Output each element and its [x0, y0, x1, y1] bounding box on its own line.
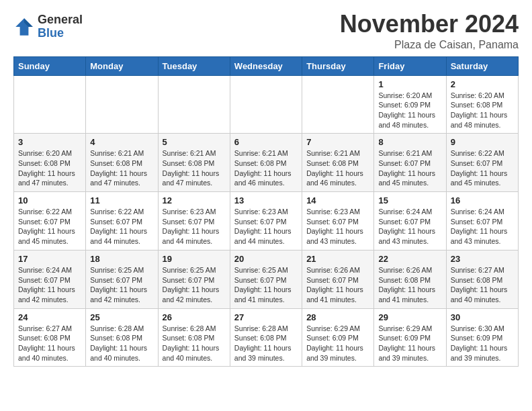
day-info: Sunrise: 6:27 AMSunset: 6:08 PMDaylight:…	[451, 265, 514, 305]
day-number: 14	[306, 195, 369, 205]
day-info: Sunrise: 6:20 AMSunset: 6:08 PMDaylight:…	[451, 91, 514, 130]
logo-blue-text: Blue	[38, 27, 83, 40]
calendar-row: 10Sunrise: 6:22 AMSunset: 6:07 PMDayligh…	[14, 192, 519, 250]
day-info: Sunrise: 6:26 AMSunset: 6:07 PMDaylight:…	[306, 265, 369, 305]
day-number: 9	[451, 137, 514, 147]
calendar-row: 3Sunrise: 6:20 AMSunset: 6:08 PMDaylight…	[14, 134, 519, 192]
table-row: 26Sunrise: 6:28 AMSunset: 6:08 PMDayligh…	[158, 308, 230, 367]
day-number: 17	[18, 254, 81, 264]
logo-text: General Blue	[38, 13, 83, 40]
table-row: 27Sunrise: 6:28 AMSunset: 6:08 PMDayligh…	[230, 308, 302, 367]
day-number: 25	[90, 312, 153, 322]
day-number: 2	[451, 79, 514, 89]
table-row	[158, 75, 230, 134]
col-wednesday: Wednesday	[230, 56, 302, 75]
day-info: Sunrise: 6:25 AMSunset: 6:07 PMDaylight:…	[90, 265, 153, 305]
day-number: 21	[306, 254, 369, 264]
col-thursday: Thursday	[302, 56, 374, 75]
calendar-row: 17Sunrise: 6:24 AMSunset: 6:07 PMDayligh…	[14, 250, 519, 308]
day-number: 13	[234, 195, 298, 205]
day-info: Sunrise: 6:21 AMSunset: 6:08 PMDaylight:…	[234, 148, 298, 188]
table-row: 12Sunrise: 6:23 AMSunset: 6:07 PMDayligh…	[158, 192, 230, 250]
day-number: 28	[306, 312, 369, 322]
calendar-row: 1Sunrise: 6:20 AMSunset: 6:09 PMDaylight…	[14, 75, 519, 134]
day-number: 8	[378, 137, 441, 147]
day-info: Sunrise: 6:27 AMSunset: 6:08 PMDaylight:…	[18, 324, 81, 363]
day-info: Sunrise: 6:24 AMSunset: 6:07 PMDaylight:…	[378, 207, 441, 246]
table-row: 6Sunrise: 6:21 AMSunset: 6:08 PMDaylight…	[230, 134, 302, 192]
logo-icon	[13, 16, 35, 38]
table-row: 9Sunrise: 6:22 AMSunset: 6:07 PMDaylight…	[446, 134, 518, 192]
day-info: Sunrise: 6:25 AMSunset: 6:07 PMDaylight:…	[163, 265, 226, 305]
table-row: 21Sunrise: 6:26 AMSunset: 6:07 PMDayligh…	[302, 250, 374, 308]
month-title: November 2024	[340, 11, 519, 38]
table-row	[302, 75, 374, 134]
table-row: 14Sunrise: 6:23 AMSunset: 6:07 PMDayligh…	[302, 192, 374, 250]
col-friday: Friday	[374, 56, 446, 75]
day-number: 30	[451, 312, 514, 322]
table-row: 11Sunrise: 6:22 AMSunset: 6:07 PMDayligh…	[86, 192, 158, 250]
calendar-row: 24Sunrise: 6:27 AMSunset: 6:08 PMDayligh…	[14, 308, 519, 367]
day-info: Sunrise: 6:24 AMSunset: 6:07 PMDaylight:…	[18, 265, 81, 305]
day-number: 20	[234, 254, 298, 264]
col-saturday: Saturday	[446, 56, 518, 75]
day-info: Sunrise: 6:21 AMSunset: 6:08 PMDaylight:…	[90, 148, 153, 188]
day-number: 24	[18, 312, 81, 322]
day-info: Sunrise: 6:23 AMSunset: 6:07 PMDaylight:…	[306, 207, 369, 246]
day-info: Sunrise: 6:20 AMSunset: 6:08 PMDaylight:…	[18, 148, 81, 188]
day-info: Sunrise: 6:23 AMSunset: 6:07 PMDaylight:…	[234, 207, 298, 246]
day-number: 3	[18, 137, 81, 147]
day-number: 10	[18, 195, 81, 205]
table-row: 1Sunrise: 6:20 AMSunset: 6:09 PMDaylight…	[374, 75, 446, 134]
day-number: 6	[234, 137, 298, 147]
table-row: 22Sunrise: 6:26 AMSunset: 6:08 PMDayligh…	[374, 250, 446, 308]
table-row: 3Sunrise: 6:20 AMSunset: 6:08 PMDaylight…	[14, 134, 86, 192]
table-row: 10Sunrise: 6:22 AMSunset: 6:07 PMDayligh…	[14, 192, 86, 250]
table-row: 15Sunrise: 6:24 AMSunset: 6:07 PMDayligh…	[374, 192, 446, 250]
table-row: 28Sunrise: 6:29 AMSunset: 6:09 PMDayligh…	[302, 308, 374, 367]
logo: General Blue	[13, 13, 83, 40]
day-info: Sunrise: 6:30 AMSunset: 6:09 PMDaylight:…	[451, 324, 514, 363]
table-row: 17Sunrise: 6:24 AMSunset: 6:07 PMDayligh…	[14, 250, 86, 308]
day-info: Sunrise: 6:21 AMSunset: 6:08 PMDaylight:…	[163, 148, 226, 188]
header: General Blue November 2024 Plaza de Cais…	[13, 11, 519, 51]
table-row: 7Sunrise: 6:21 AMSunset: 6:08 PMDaylight…	[302, 134, 374, 192]
day-number: 22	[378, 254, 441, 264]
logo-general-text: General	[38, 13, 83, 27]
day-info: Sunrise: 6:26 AMSunset: 6:08 PMDaylight:…	[378, 265, 441, 305]
day-info: Sunrise: 6:22 AMSunset: 6:07 PMDaylight:…	[90, 207, 153, 246]
calendar-table: Sunday Monday Tuesday Wednesday Thursday…	[13, 56, 519, 367]
day-info: Sunrise: 6:29 AMSunset: 6:09 PMDaylight:…	[378, 324, 441, 363]
day-info: Sunrise: 6:28 AMSunset: 6:08 PMDaylight:…	[90, 324, 153, 363]
day-number: 1	[378, 79, 441, 89]
table-row	[86, 75, 158, 134]
col-sunday: Sunday	[14, 56, 86, 75]
title-block: November 2024 Plaza de Caisan, Panama	[340, 11, 519, 51]
table-row: 30Sunrise: 6:30 AMSunset: 6:09 PMDayligh…	[446, 308, 518, 367]
day-number: 5	[163, 137, 226, 147]
table-row: 8Sunrise: 6:21 AMSunset: 6:07 PMDaylight…	[374, 134, 446, 192]
table-row: 18Sunrise: 6:25 AMSunset: 6:07 PMDayligh…	[86, 250, 158, 308]
day-number: 18	[90, 254, 153, 264]
table-row: 16Sunrise: 6:24 AMSunset: 6:07 PMDayligh…	[446, 192, 518, 250]
day-number: 11	[90, 195, 153, 205]
table-row: 19Sunrise: 6:25 AMSunset: 6:07 PMDayligh…	[158, 250, 230, 308]
table-row: 2Sunrise: 6:20 AMSunset: 6:08 PMDaylight…	[446, 75, 518, 134]
table-row: 5Sunrise: 6:21 AMSunset: 6:08 PMDaylight…	[158, 134, 230, 192]
table-row: 23Sunrise: 6:27 AMSunset: 6:08 PMDayligh…	[446, 250, 518, 308]
table-row: 25Sunrise: 6:28 AMSunset: 6:08 PMDayligh…	[86, 308, 158, 367]
day-info: Sunrise: 6:24 AMSunset: 6:07 PMDaylight:…	[451, 207, 514, 246]
day-info: Sunrise: 6:21 AMSunset: 6:08 PMDaylight:…	[306, 148, 369, 188]
day-info: Sunrise: 6:21 AMSunset: 6:07 PMDaylight:…	[378, 148, 441, 188]
day-number: 15	[378, 195, 441, 205]
day-info: Sunrise: 6:25 AMSunset: 6:07 PMDaylight:…	[234, 265, 298, 305]
day-number: 27	[234, 312, 298, 322]
day-number: 29	[378, 312, 441, 322]
table-row: 13Sunrise: 6:23 AMSunset: 6:07 PMDayligh…	[230, 192, 302, 250]
day-number: 19	[163, 254, 226, 264]
page: General Blue November 2024 Plaza de Cais…	[0, 0, 532, 380]
table-row	[230, 75, 302, 134]
day-info: Sunrise: 6:28 AMSunset: 6:08 PMDaylight:…	[234, 324, 298, 363]
day-number: 7	[306, 137, 369, 147]
day-info: Sunrise: 6:22 AMSunset: 6:07 PMDaylight:…	[451, 148, 514, 188]
